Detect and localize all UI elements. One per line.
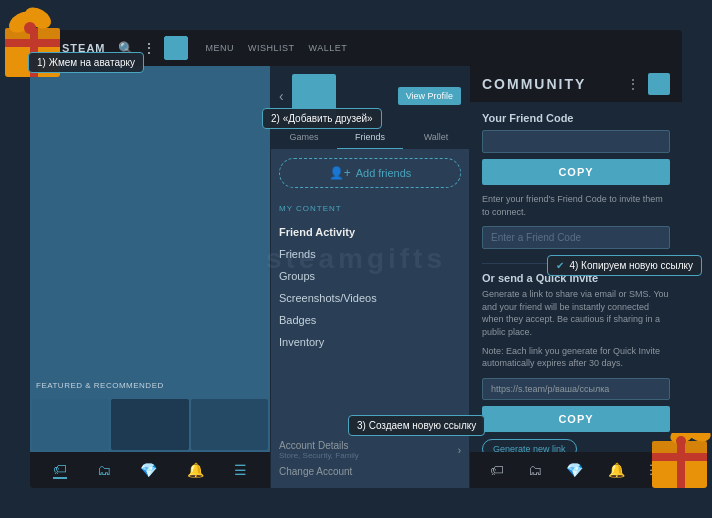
right-nav-notif-icon[interactable]: 🔔 [608, 462, 625, 478]
profile-nav-friends[interactable]: Friends [337, 126, 403, 149]
nav-store-icon[interactable]: 🏷 [53, 461, 67, 479]
copy-link-button[interactable]: COPY [482, 406, 670, 432]
annotation-step3: 3) Создаем новую ссылку [348, 415, 485, 436]
profile-nav: Games Friends Wallet [271, 126, 469, 150]
profile-nav-wallet[interactable]: Wallet [403, 126, 469, 149]
left-bottom-nav: 🏷 🗂 💎 🔔 ☰ [30, 452, 270, 488]
annotation-check-icon: ✔ [556, 260, 564, 271]
content-friend-activity[interactable]: Friend Activity [279, 221, 461, 243]
featured-img-2 [111, 399, 188, 450]
nav-library-icon[interactable]: 🗂 [97, 462, 111, 478]
nav-more-icon[interactable]: ☰ [234, 462, 247, 478]
invite-desc: Enter your friend's Friend Code to invit… [482, 193, 670, 218]
community-title: COMMUNITY [482, 76, 618, 92]
community-avatar[interactable] [648, 73, 670, 95]
account-arrow-icon: › [458, 445, 461, 456]
my-content-section: MY CONTENT Friend Activity Friends Group… [271, 196, 469, 361]
annotation-step4: ✔ 4) Копируем новую ссылку [547, 255, 702, 276]
view-profile-button[interactable]: View Profile [398, 87, 461, 105]
svg-point-5 [21, 3, 54, 33]
profile-nav-games[interactable]: Games [271, 126, 337, 149]
quick-invite-desc: Generate a link to share via email or SM… [482, 288, 670, 338]
featured-label: FEATURED & RECOMMENDED [36, 381, 164, 390]
nav-notif-icon[interactable]: 🔔 [187, 462, 204, 478]
friend-code-title: Your Friend Code [482, 112, 670, 124]
nav-points-icon[interactable]: 💎 [140, 462, 157, 478]
change-account-item[interactable]: Change Account [279, 463, 461, 480]
annotation-step2: 2) «Добавить друзей» [262, 108, 382, 129]
right-nav-more-icon[interactable]: ☰ [649, 462, 662, 478]
header-avatar[interactable] [164, 36, 188, 60]
community-header: COMMUNITY ⋮ [470, 66, 682, 102]
featured-img-3 [191, 399, 268, 450]
generate-link-button[interactable]: Generate new link [482, 439, 577, 452]
annotation-step3-text: 3) Создаем новую ссылку [357, 420, 476, 431]
enter-friend-code-input[interactable] [482, 226, 670, 249]
copy-friend-code-button[interactable]: COPY [482, 159, 670, 185]
content-groups[interactable]: Groups [279, 265, 461, 287]
content-screenshots[interactable]: Screenshots/Videos [279, 287, 461, 309]
add-friends-content: Your Friend Code COPY Enter your friend'… [470, 102, 682, 452]
add-friends-icon: 👤+ [329, 166, 351, 180]
nav-menu[interactable]: MENU [200, 41, 241, 55]
add-friends-button[interactable]: 👤+ Add friends [279, 158, 461, 188]
annotation-step2-text: 2) «Добавить друзей» [271, 113, 373, 124]
svg-point-13 [685, 433, 712, 445]
add-friends-label: Add friends [356, 167, 412, 179]
my-content-label: MY CONTENT [279, 204, 461, 213]
change-account-label: Change Account [279, 466, 352, 477]
right-bottom-nav: 🏷 🗂 💎 🔔 ☰ [470, 452, 682, 488]
link-input[interactable] [482, 378, 670, 400]
annotation-step1-text: 1) Жмем на аватарку [37, 57, 135, 68]
note-text: Note: Each link you generate for Quick I… [482, 345, 670, 370]
content-inventory[interactable]: Inventory [279, 331, 461, 353]
account-section: Account Details Store, Security, Family … [271, 428, 469, 488]
content-friends[interactable]: Friends [279, 243, 461, 265]
featured-images [30, 397, 270, 452]
nav-wallet[interactable]: WALLET [303, 41, 354, 55]
left-panel-content: FEATURED & RECOMMENDED [30, 66, 270, 452]
nav-wishlist[interactable]: WISHLIST [242, 41, 301, 55]
right-nav-store-icon[interactable]: 🏷 [490, 462, 504, 478]
featured-img-1 [32, 399, 109, 450]
right-panel: COMMUNITY ⋮ Your Friend Code COPY Enter … [470, 66, 682, 488]
account-details-item[interactable]: Account Details Store, Security, Family … [279, 437, 461, 463]
right-nav-library-icon[interactable]: 🗂 [528, 462, 542, 478]
nav-tabs: MENU WISHLIST WALLET [200, 41, 354, 55]
back-arrow[interactable]: ‹ [279, 88, 284, 104]
community-menu-icon[interactable]: ⋮ [626, 76, 640, 92]
friend-code-input[interactable] [482, 130, 670, 153]
account-details-label: Account Details [279, 440, 359, 451]
annotation-step1: 1) Жмем на аватарку [28, 52, 144, 73]
right-nav-points-icon[interactable]: 💎 [566, 462, 583, 478]
annotation-step4-text: 4) Копируем новую ссылку [569, 260, 693, 271]
account-details-sub: Store, Security, Family [279, 451, 359, 460]
left-panel: FEATURED & RECOMMENDED 🏷 🗂 💎 🔔 ☰ [30, 66, 270, 488]
content-badges[interactable]: Badges [279, 309, 461, 331]
